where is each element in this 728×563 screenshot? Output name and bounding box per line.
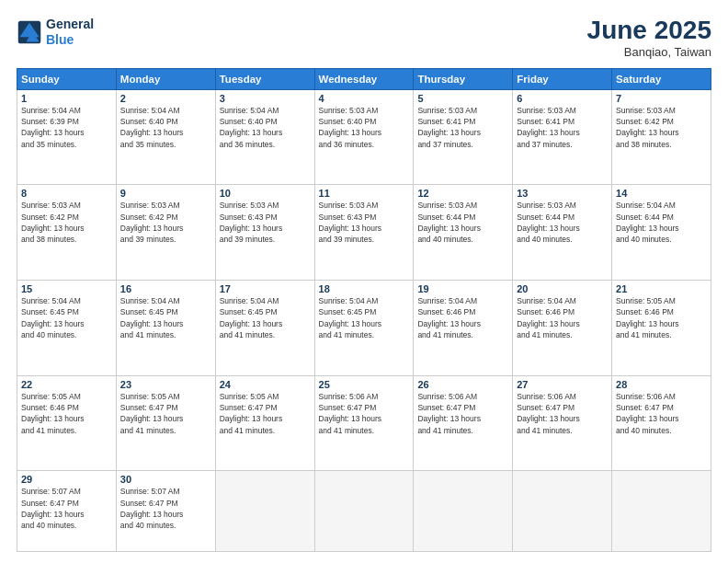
day-cell: 25Sunrise: 5:06 AM Sunset: 6:47 PM Dayli… — [314, 375, 414, 471]
day-cell: 10Sunrise: 5:03 AM Sunset: 6:43 PM Dayli… — [215, 185, 314, 281]
calendar-title: June 2025 — [587, 17, 711, 45]
day-number: 2 — [120, 93, 211, 104]
logo: General Blue — [17, 17, 94, 48]
logo-icon — [17, 19, 42, 45]
col-header-tuesday: Tuesday — [215, 68, 314, 89]
day-cell: 17Sunrise: 5:04 AM Sunset: 6:45 PM Dayli… — [215, 281, 314, 376]
day-info: Sunrise: 5:03 AM Sunset: 6:42 PM Dayligh… — [616, 105, 707, 150]
day-number: 28 — [616, 379, 707, 390]
day-number: 29 — [21, 474, 112, 485]
day-cell: 21Sunrise: 5:05 AM Sunset: 6:46 PM Dayli… — [612, 281, 711, 376]
day-info: Sunrise: 5:03 AM Sunset: 6:44 PM Dayligh… — [517, 200, 608, 245]
week-row-5: 29Sunrise: 5:07 AM Sunset: 6:47 PM Dayli… — [17, 471, 711, 552]
week-row-4: 22Sunrise: 5:05 AM Sunset: 6:46 PM Dayli… — [17, 375, 711, 471]
day-cell: 23Sunrise: 5:05 AM Sunset: 6:47 PM Dayli… — [116, 375, 215, 471]
day-info: Sunrise: 5:03 AM Sunset: 6:40 PM Dayligh… — [319, 105, 410, 150]
day-number: 27 — [517, 379, 608, 390]
day-number: 3 — [220, 93, 311, 104]
col-header-sunday: Sunday — [17, 68, 117, 89]
title-block: June 2025 Banqiao, Taiwan — [587, 17, 711, 59]
day-cell: 8Sunrise: 5:03 AM Sunset: 6:42 PM Daylig… — [17, 185, 117, 281]
day-cell: 20Sunrise: 5:04 AM Sunset: 6:46 PM Dayli… — [513, 281, 612, 376]
logo-text: General Blue — [46, 17, 94, 48]
day-cell: 1Sunrise: 5:04 AM Sunset: 6:39 PM Daylig… — [17, 89, 117, 185]
day-number: 26 — [417, 379, 508, 390]
day-cell: 18Sunrise: 5:04 AM Sunset: 6:45 PM Dayli… — [314, 281, 414, 376]
day-number: 6 — [517, 93, 608, 104]
day-info: Sunrise: 5:04 AM Sunset: 6:44 PM Dayligh… — [616, 200, 707, 245]
day-info: Sunrise: 5:03 AM Sunset: 6:43 PM Dayligh… — [319, 200, 410, 245]
day-info: Sunrise: 5:06 AM Sunset: 6:47 PM Dayligh… — [319, 391, 410, 436]
calendar-table: SundayMondayTuesdayWednesdayThursdayFrid… — [17, 68, 711, 552]
day-cell: 26Sunrise: 5:06 AM Sunset: 6:47 PM Dayli… — [414, 375, 513, 471]
day-info: Sunrise: 5:07 AM Sunset: 6:47 PM Dayligh… — [21, 486, 112, 531]
day-number: 15 — [21, 283, 112, 294]
day-number: 4 — [319, 93, 410, 104]
day-info: Sunrise: 5:04 AM Sunset: 6:39 PM Dayligh… — [21, 105, 112, 150]
day-info: Sunrise: 5:05 AM Sunset: 6:47 PM Dayligh… — [120, 391, 211, 436]
day-number: 17 — [220, 283, 311, 294]
day-info: Sunrise: 5:04 AM Sunset: 6:46 PM Dayligh… — [517, 295, 608, 340]
col-header-monday: Monday — [116, 68, 215, 89]
day-info: Sunrise: 5:04 AM Sunset: 6:40 PM Dayligh… — [120, 105, 211, 150]
day-number: 5 — [417, 93, 508, 104]
day-cell: 2Sunrise: 5:04 AM Sunset: 6:40 PM Daylig… — [116, 89, 215, 185]
day-info: Sunrise: 5:04 AM Sunset: 6:45 PM Dayligh… — [120, 295, 211, 340]
day-cell — [215, 471, 314, 552]
logo-line2: Blue — [46, 32, 94, 48]
day-info: Sunrise: 5:06 AM Sunset: 6:47 PM Dayligh… — [417, 391, 508, 436]
day-cell: 30Sunrise: 5:07 AM Sunset: 6:47 PM Dayli… — [116, 471, 215, 552]
week-row-3: 15Sunrise: 5:04 AM Sunset: 6:45 PM Dayli… — [17, 281, 711, 376]
day-number: 10 — [220, 188, 311, 199]
day-cell: 5Sunrise: 5:03 AM Sunset: 6:41 PM Daylig… — [414, 89, 513, 185]
day-info: Sunrise: 5:04 AM Sunset: 6:40 PM Dayligh… — [220, 105, 311, 150]
day-cell: 19Sunrise: 5:04 AM Sunset: 6:46 PM Dayli… — [414, 281, 513, 376]
day-cell: 7Sunrise: 5:03 AM Sunset: 6:42 PM Daylig… — [612, 89, 711, 185]
day-cell: 3Sunrise: 5:04 AM Sunset: 6:40 PM Daylig… — [215, 89, 314, 185]
day-cell: 15Sunrise: 5:04 AM Sunset: 6:45 PM Dayli… — [17, 281, 117, 376]
day-number: 14 — [616, 188, 707, 199]
logo-line1: General — [46, 17, 94, 32]
day-number: 7 — [616, 93, 707, 104]
day-info: Sunrise: 5:06 AM Sunset: 6:47 PM Dayligh… — [616, 391, 707, 436]
day-number: 23 — [120, 379, 211, 390]
day-number: 25 — [319, 379, 410, 390]
day-number: 20 — [517, 283, 608, 294]
day-info: Sunrise: 5:03 AM Sunset: 6:42 PM Dayligh… — [21, 200, 112, 245]
day-cell: 22Sunrise: 5:05 AM Sunset: 6:46 PM Dayli… — [17, 375, 117, 471]
day-number: 19 — [417, 283, 508, 294]
day-info: Sunrise: 5:03 AM Sunset: 6:43 PM Dayligh… — [220, 200, 311, 245]
day-cell: 4Sunrise: 5:03 AM Sunset: 6:40 PM Daylig… — [314, 89, 414, 185]
day-cell: 16Sunrise: 5:04 AM Sunset: 6:45 PM Dayli… — [116, 281, 215, 376]
day-info: Sunrise: 5:04 AM Sunset: 6:45 PM Dayligh… — [220, 295, 311, 340]
day-number: 18 — [319, 283, 410, 294]
day-cell: 6Sunrise: 5:03 AM Sunset: 6:41 PM Daylig… — [513, 89, 612, 185]
day-number: 13 — [517, 188, 608, 199]
day-info: Sunrise: 5:03 AM Sunset: 6:41 PM Dayligh… — [517, 105, 608, 150]
header-row: SundayMondayTuesdayWednesdayThursdayFrid… — [17, 68, 711, 89]
day-info: Sunrise: 5:03 AM Sunset: 6:44 PM Dayligh… — [417, 200, 508, 245]
page: General Blue June 2025 Banqiao, Taiwan S… — [0, 0, 728, 563]
day-number: 11 — [319, 188, 410, 199]
day-info: Sunrise: 5:06 AM Sunset: 6:47 PM Dayligh… — [517, 391, 608, 436]
day-info: Sunrise: 5:04 AM Sunset: 6:46 PM Dayligh… — [417, 295, 508, 340]
day-number: 1 — [21, 93, 112, 104]
day-cell: 27Sunrise: 5:06 AM Sunset: 6:47 PM Dayli… — [513, 375, 612, 471]
day-info: Sunrise: 5:03 AM Sunset: 6:42 PM Dayligh… — [120, 200, 211, 245]
day-info: Sunrise: 5:03 AM Sunset: 6:41 PM Dayligh… — [417, 105, 508, 150]
day-info: Sunrise: 5:05 AM Sunset: 6:46 PM Dayligh… — [21, 391, 112, 436]
day-number: 16 — [120, 283, 211, 294]
day-number: 24 — [220, 379, 311, 390]
day-number: 9 — [120, 188, 211, 199]
day-cell — [314, 471, 414, 552]
day-cell: 13Sunrise: 5:03 AM Sunset: 6:44 PM Dayli… — [513, 185, 612, 281]
col-header-thursday: Thursday — [414, 68, 513, 89]
day-number: 8 — [21, 188, 112, 199]
day-info: Sunrise: 5:05 AM Sunset: 6:47 PM Dayligh… — [220, 391, 311, 436]
day-number: 30 — [120, 474, 211, 485]
day-cell: 11Sunrise: 5:03 AM Sunset: 6:43 PM Dayli… — [314, 185, 414, 281]
day-info: Sunrise: 5:04 AM Sunset: 6:45 PM Dayligh… — [319, 295, 410, 340]
day-number: 21 — [616, 283, 707, 294]
col-header-wednesday: Wednesday — [314, 68, 414, 89]
day-cell — [513, 471, 612, 552]
